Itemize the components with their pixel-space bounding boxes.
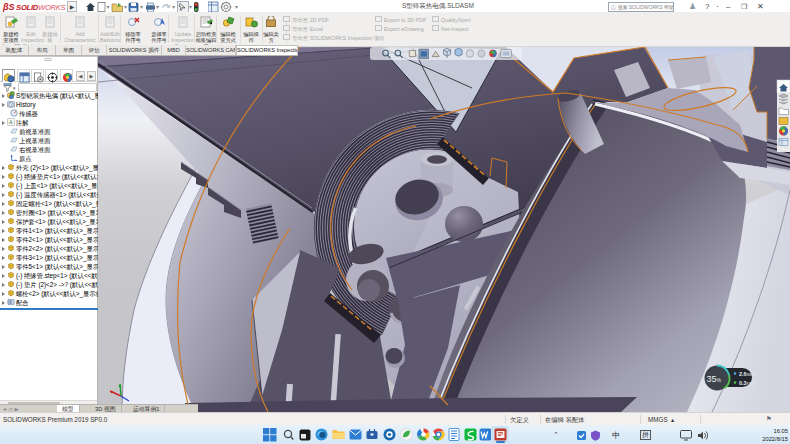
- svg-text:A: A: [9, 119, 13, 125]
- svg-text:▾: ▾: [124, 4, 127, 10]
- svg-text:▾: ▾: [172, 4, 175, 10]
- svg-text:▾: ▾: [107, 4, 110, 10]
- svg-text:▾: ▾: [235, 4, 238, 10]
- svg-text:▾: ▾: [189, 4, 192, 10]
- svg-text:▾: ▾: [140, 4, 143, 10]
- svg-text:▾: ▾: [156, 4, 159, 10]
